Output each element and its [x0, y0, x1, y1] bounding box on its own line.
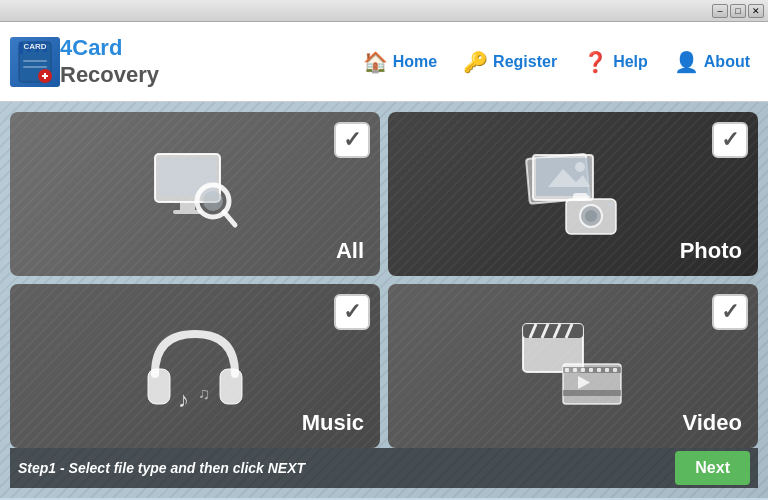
close-button[interactable]: ✕ [748, 4, 764, 18]
photo-icon [518, 147, 628, 242]
nav-home-label: Home [393, 53, 437, 71]
svg-rect-6 [23, 60, 47, 62]
minimize-button[interactable]: – [712, 4, 728, 18]
tile-photo[interactable]: Photo [388, 112, 758, 276]
help-icon: ❓ [583, 50, 608, 74]
svg-rect-41 [565, 368, 569, 372]
sd-card-svg [13, 40, 57, 84]
svg-rect-47 [613, 368, 617, 372]
nav-home[interactable]: 🏠 Home [355, 46, 445, 78]
svg-rect-10 [44, 73, 46, 79]
svg-line-17 [224, 212, 235, 225]
music-icon: ♪ ♫ [140, 319, 250, 414]
register-icon: 🔑 [463, 50, 488, 74]
svg-point-22 [575, 162, 585, 172]
nav-about-label: About [704, 53, 750, 71]
nav-help-label: Help [613, 53, 648, 71]
app-icon [10, 37, 60, 87]
svg-rect-29 [220, 369, 242, 404]
svg-text:♫: ♫ [198, 385, 210, 402]
logo-four: 4 [60, 35, 72, 60]
file-type-grid: All [10, 112, 758, 448]
status-text: Step1 - Select file type and then click … [18, 460, 305, 476]
tile-music[interactable]: ♪ ♫ Music [10, 284, 380, 448]
about-icon: 👤 [674, 50, 699, 74]
video-icon [518, 319, 628, 414]
nav-register-label: Register [493, 53, 557, 71]
svg-rect-2 [19, 42, 23, 54]
nav-help[interactable]: ❓ Help [575, 46, 656, 78]
photo-tile-content [388, 112, 758, 276]
all-tile-content [10, 112, 380, 276]
svg-point-26 [585, 210, 597, 222]
monitor-icon [145, 149, 245, 239]
nav-about[interactable]: 👤 About [666, 46, 758, 78]
titlebar: – □ ✕ [0, 0, 768, 22]
navigation: 🏠 Home 🔑 Register ❓ Help 👤 About [179, 46, 758, 78]
svg-rect-7 [23, 66, 47, 68]
video-tile-content [388, 284, 758, 448]
music-tile-content: ♪ ♫ [10, 284, 380, 448]
svg-point-16 [203, 191, 223, 211]
logo-area: 4Card Recovery [10, 35, 159, 88]
home-icon: 🏠 [363, 50, 388, 74]
svg-rect-40 [563, 390, 621, 396]
svg-rect-43 [581, 368, 585, 372]
maximize-button[interactable]: □ [730, 4, 746, 18]
svg-rect-4 [35, 42, 39, 52]
svg-rect-5 [43, 42, 47, 52]
header: 4Card Recovery 🏠 Home 🔑 Register ❓ Help … [0, 22, 768, 102]
svg-rect-42 [573, 368, 577, 372]
logo-recovery: Recovery [60, 62, 159, 87]
main-content: All [0, 102, 768, 498]
logo-card: Card [72, 35, 122, 60]
statusbar: Step1 - Select file type and then click … [10, 448, 758, 488]
svg-rect-44 [589, 368, 593, 372]
next-button[interactable]: Next [675, 451, 750, 485]
svg-rect-3 [27, 42, 31, 52]
svg-text:♪: ♪ [178, 387, 189, 412]
tile-all[interactable]: All [10, 112, 380, 276]
nav-register[interactable]: 🔑 Register [455, 46, 565, 78]
tile-video[interactable]: Video [388, 284, 758, 448]
svg-rect-13 [180, 202, 195, 210]
svg-rect-12 [159, 158, 216, 196]
svg-rect-24 [573, 193, 588, 201]
svg-rect-46 [605, 368, 609, 372]
svg-rect-45 [597, 368, 601, 372]
app-title: 4Card Recovery [60, 35, 159, 88]
svg-rect-27 [607, 203, 612, 207]
svg-rect-28 [148, 369, 170, 404]
